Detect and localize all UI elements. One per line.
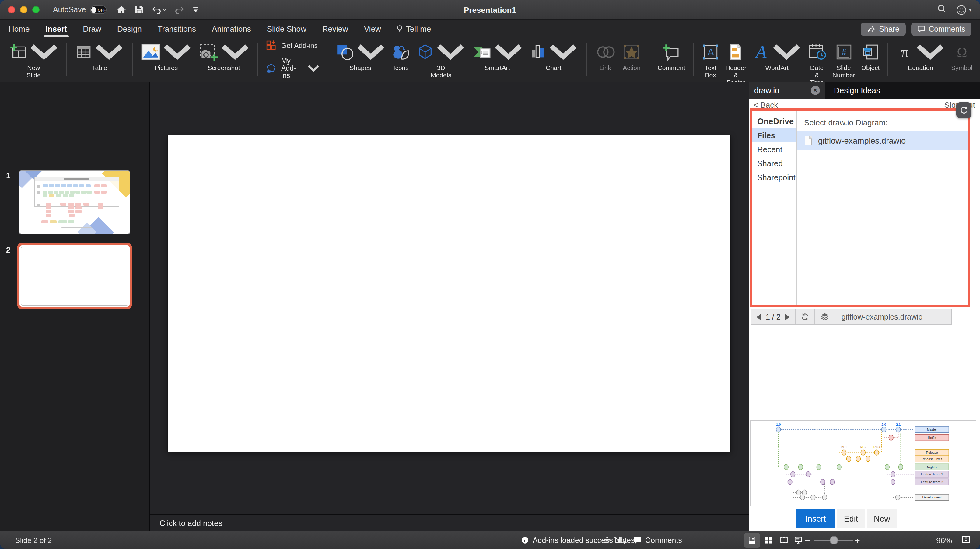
date-time-icon xyxy=(807,41,826,63)
nav-item-shared[interactable]: Shared xyxy=(752,156,796,170)
normal-view-button[interactable] xyxy=(744,533,760,547)
pager-filename: gitflow-examples.drawio xyxy=(835,312,923,321)
nav-item-recent[interactable]: Recent xyxy=(752,142,796,156)
refresh-badge-icon[interactable] xyxy=(956,102,972,118)
screenshot-icon xyxy=(198,41,250,63)
ribbon-button-link: Link xyxy=(591,40,619,72)
ribbon-button-wordart[interactable]: AWordArt xyxy=(749,40,804,72)
ribbon-group-divider xyxy=(693,43,694,76)
tab-draw[interactable]: Draw xyxy=(83,20,101,38)
autosave-toggle[interactable]: OFF xyxy=(90,5,107,14)
ribbon-button-chart[interactable]: Chart xyxy=(526,40,581,72)
home-icon[interactable] xyxy=(116,5,127,14)
notes-toggle-label: Notes xyxy=(615,536,635,544)
account-menu[interactable]: ▾ xyxy=(956,5,972,15)
tab-tell-me[interactable]: Tell me xyxy=(397,20,431,38)
slide-sorter-view-button[interactable] xyxy=(760,533,777,547)
ribbon-button-comment[interactable]: Comment xyxy=(655,40,689,72)
get-add-ins-icon xyxy=(266,40,277,51)
zoom-out-button[interactable]: − xyxy=(805,535,810,545)
ribbon-button-icons[interactable]: Icons xyxy=(389,40,414,72)
diagram-preview[interactable]: MasterHotfixReleaseRelease FixesNightlyF… xyxy=(750,420,976,506)
header-footer-icon xyxy=(728,41,743,63)
fit-slide-button[interactable] xyxy=(962,535,970,546)
ribbon-button-my-add-ins[interactable]: My Add-ins xyxy=(266,57,320,79)
fullscreen-window-button[interactable] xyxy=(32,6,40,13)
svg-text:RC1: RC1 xyxy=(841,446,847,449)
tab-insert[interactable]: Insert xyxy=(45,20,67,38)
slide-editor-area[interactable] xyxy=(150,82,749,514)
ribbon-button-label: Equation xyxy=(908,65,933,72)
tab-drawio[interactable]: draw.io ✕ xyxy=(749,82,825,99)
edit-button[interactable]: Edit xyxy=(837,509,865,528)
slideshow-button[interactable] xyxy=(790,533,807,547)
search-icon[interactable] xyxy=(937,4,947,16)
lightbulb-icon xyxy=(397,25,402,33)
ribbon-button-new-slide[interactable]: New Slide xyxy=(5,40,62,80)
powerpoint-window: AutoSave OFF Presentation1 ▾ HomeInsertD… xyxy=(0,0,980,549)
next-page-button[interactable] xyxy=(785,313,790,320)
refresh-button[interactable] xyxy=(796,309,815,325)
ribbon-button-label: Text Box xyxy=(702,65,719,79)
svg-text:A: A xyxy=(755,43,767,61)
ribbon-button-get-add-ins[interactable]: Get Add-ins xyxy=(266,40,320,51)
save-icon[interactable] xyxy=(135,5,144,14)
ribbon-button-object[interactable]: Object xyxy=(858,40,883,72)
comments-button[interactable]: Comments xyxy=(911,22,972,36)
customize-toolbar-icon[interactable] xyxy=(192,7,199,13)
zoom-slider[interactable] xyxy=(814,539,853,541)
ribbon-group-divider xyxy=(258,43,258,76)
reading-view-button[interactable] xyxy=(775,533,792,547)
smartart-icon xyxy=(471,41,523,63)
ribbon-button-text-box[interactable]: AText Box xyxy=(699,40,722,80)
share-button[interactable]: Share xyxy=(861,22,905,36)
ribbon-button-screenshot[interactable]: Screenshot xyxy=(195,40,253,72)
slide-indicator: Slide 2 of 2 xyxy=(15,536,52,544)
close-pane-icon[interactable]: ✕ xyxy=(811,86,820,95)
ribbon-button-date-time[interactable]: Date & Time xyxy=(804,40,829,87)
tab-slide-show[interactable]: Slide Show xyxy=(267,20,307,38)
slide-1-thumbnail[interactable] xyxy=(19,171,130,234)
chevron-down-icon xyxy=(915,43,945,61)
previous-page-button[interactable] xyxy=(757,313,762,320)
ribbon-button-3d-models[interactable]: 3D Models xyxy=(414,40,469,80)
notes-area[interactable]: Click to add notes xyxy=(150,514,749,531)
tab-review[interactable]: Review xyxy=(322,20,348,38)
tab-design-ideas[interactable]: Design Ideas xyxy=(825,82,980,99)
ribbon-button-shapes[interactable]: Shapes xyxy=(332,40,389,72)
minimize-window-button[interactable] xyxy=(20,6,27,13)
zoom-slider-thumb[interactable] xyxy=(830,536,838,544)
ribbon-button-pictures[interactable]: Pictures xyxy=(137,40,195,72)
tab-animations[interactable]: Animations xyxy=(212,20,251,38)
symbol-icon: Ω xyxy=(953,41,970,63)
ribbon-button-slide-number[interactable]: #Slide Number xyxy=(829,40,858,80)
comments-toggle[interactable]: Comments xyxy=(634,536,682,544)
tab-transitions[interactable]: Transitions xyxy=(158,20,196,38)
undo-button[interactable] xyxy=(151,5,167,14)
table-icon xyxy=(75,41,124,63)
close-window-button[interactable] xyxy=(8,6,15,13)
tab-design[interactable]: Design xyxy=(117,20,142,38)
tab-home[interactable]: Home xyxy=(8,20,30,38)
slide-canvas[interactable] xyxy=(168,135,730,452)
tab-label: Design xyxy=(117,24,142,33)
notes-toggle[interactable]: Notes xyxy=(603,536,635,544)
nav-item-sharepoint[interactable]: Sharepoint xyxy=(752,170,796,184)
slide-2-thumbnail-selected[interactable] xyxy=(17,243,132,309)
ribbon-button-smartart[interactable]: SmartArt xyxy=(468,40,526,72)
ribbon-button-header-footer[interactable]: Header & Footer xyxy=(722,40,749,87)
file-row[interactable]: gitflow-examples.drawio xyxy=(797,132,968,150)
layers-button[interactable] xyxy=(815,309,835,325)
ribbon-group-divider xyxy=(586,43,587,76)
zoom-level[interactable]: 96% xyxy=(936,536,952,545)
nav-item-files[interactable]: Files xyxy=(752,129,796,142)
new-slide-icon xyxy=(8,41,59,63)
ribbon-button-table[interactable]: Table xyxy=(72,40,127,72)
new-button[interactable]: New xyxy=(867,509,897,528)
ribbon-button-label: Icons xyxy=(393,65,409,72)
insert-button[interactable]: Insert xyxy=(796,509,835,528)
zoom-in-button[interactable]: + xyxy=(854,535,860,545)
ribbon-button-equation[interactable]: πEquation xyxy=(893,40,948,72)
reading-view-icon xyxy=(780,537,788,544)
tab-view[interactable]: View xyxy=(364,20,381,38)
